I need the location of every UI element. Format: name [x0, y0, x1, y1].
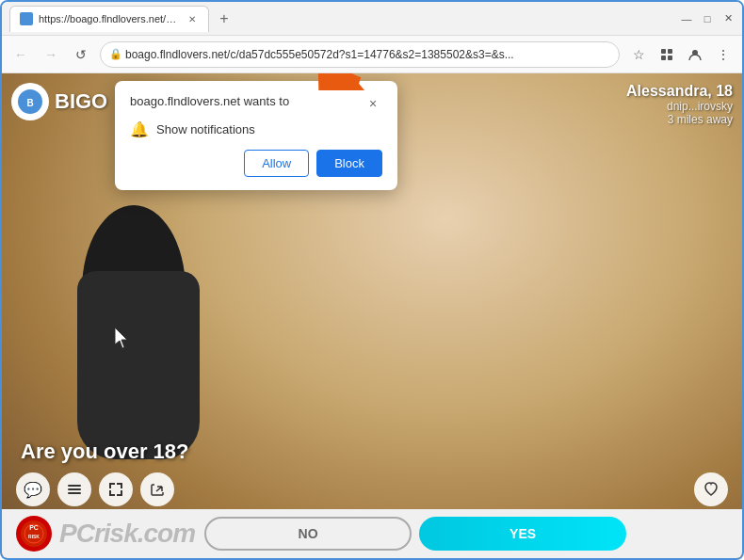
svg-rect-8: [68, 488, 81, 490]
user-location: dnip...irovsky: [626, 100, 733, 113]
svg-rect-11: [109, 483, 111, 488]
svg-rect-15: [109, 490, 111, 496]
site-logo: B BIGO: [11, 83, 107, 120]
site-logo-text: BIGO: [55, 89, 107, 114]
svg-text:B: B: [26, 98, 33, 108]
dialog-buttons: Allow Block: [130, 150, 382, 177]
no-button[interactable]: NO: [204, 517, 412, 551]
action-icons: 💬: [16, 472, 174, 506]
forward-button[interactable]: →: [40, 43, 62, 66]
dialog-close-button[interactable]: ×: [364, 94, 382, 113]
maximize-button[interactable]: □: [701, 12, 714, 25]
share-icon-button[interactable]: [140, 472, 174, 506]
age-question: Are you over 18?: [21, 440, 189, 464]
new-tab-button[interactable]: +: [213, 8, 235, 30]
user-distance: 3 miles away: [626, 113, 733, 126]
permission-dialog: boago.flndlovers.net wants to × 🔔 Show n…: [115, 81, 397, 190]
profile-icon[interactable]: [684, 43, 706, 66]
toolbar-icons: ☆ ⋮: [627, 43, 735, 66]
svg-rect-7: [68, 485, 81, 487]
menu-icon[interactable]: ⋮: [712, 43, 735, 66]
page-content: B BIGO Alessandra, 18 dnip...irovsky 3 m…: [2, 73, 742, 558]
tab-area: https://boago.flndlovers.net/c/d... ✕ +: [9, 2, 674, 35]
lock-icon: 🔒: [109, 48, 122, 60]
allow-button[interactable]: Allow: [244, 150, 309, 177]
address-bar: ← → ↺ 🔒 boago.flndlovers.net/c/da57dc555…: [2, 36, 742, 73]
body-shape: [77, 271, 200, 459]
tab-favicon: [20, 12, 33, 25]
dialog-permission-row: 🔔 Show notifications: [130, 120, 382, 138]
svg-rect-1: [668, 49, 672, 54]
list-icon-button[interactable]: [57, 472, 91, 506]
block-button[interactable]: Block: [316, 150, 382, 177]
tab-title: https://boago.flndlovers.net/c/d...: [39, 13, 180, 24]
browser-window: https://boago.flndlovers.net/c/d... ✕ + …: [0, 0, 744, 560]
heart-button[interactable]: [694, 472, 728, 506]
address-bar-wrapper: 🔒 boago.flndlovers.net/c/da57dc555e50572…: [100, 41, 620, 68]
refresh-button[interactable]: ↺: [70, 43, 92, 66]
close-button[interactable]: ✕: [721, 12, 735, 25]
url-input[interactable]: boago.flndlovers.net/c/da57dc555e50572d?…: [100, 41, 620, 68]
window-controls: — □ ✕: [680, 12, 735, 25]
title-bar: https://boago.flndlovers.net/c/d... ✕ + …: [2, 2, 742, 36]
svg-rect-13: [121, 483, 122, 488]
svg-rect-9: [68, 492, 81, 494]
svg-rect-3: [668, 56, 672, 60]
svg-rect-17: [121, 490, 122, 496]
logo-icon: B: [11, 83, 49, 120]
svg-rect-0: [661, 49, 666, 54]
tab-close-button[interactable]: ✕: [186, 12, 199, 25]
watermark-text: PCrisk.com: [59, 519, 195, 549]
pcrisk-icon: PC RISK: [16, 516, 52, 552]
svg-rect-2: [661, 56, 666, 60]
bookmark-icon[interactable]: ☆: [627, 43, 650, 66]
svg-text:PC: PC: [29, 524, 39, 531]
pc-logo-area: PC RISK PCrisk.com: [16, 516, 195, 552]
dialog-header: boago.flndlovers.net wants to ×: [130, 94, 382, 113]
chat-icon-button[interactable]: 💬: [16, 472, 50, 506]
yes-button[interactable]: YES: [419, 517, 626, 551]
user-name: Alessandra, 18: [626, 83, 733, 100]
back-button[interactable]: ←: [9, 43, 32, 66]
extensions-icon[interactable]: [655, 43, 678, 66]
bottom-bar: PC RISK PCrisk.com NO YES: [2, 509, 742, 558]
dialog-site-text: boago.flndlovers.net wants to: [130, 94, 289, 108]
svg-text:RISK: RISK: [28, 534, 40, 539]
fullscreen-icon-button[interactable]: [99, 472, 133, 506]
minimize-button[interactable]: —: [680, 12, 693, 25]
permission-text: Show notifications: [156, 122, 255, 136]
user-card: Alessandra, 18 dnip...irovsky 3 miles aw…: [626, 83, 733, 126]
active-tab[interactable]: https://boago.flndlovers.net/c/d... ✕: [9, 6, 209, 32]
bell-icon: 🔔: [130, 120, 149, 138]
